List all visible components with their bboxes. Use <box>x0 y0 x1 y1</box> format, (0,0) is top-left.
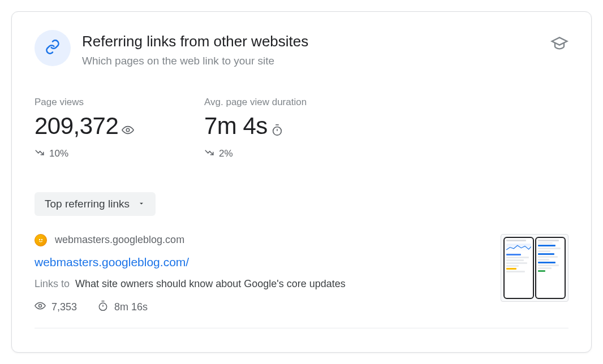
svg-point-4 <box>39 304 42 307</box>
education-icon[interactable] <box>550 30 568 55</box>
page-views-value: 209,372 <box>35 112 118 140</box>
links-to-row: Links to What site owners should know ab… <box>35 278 484 290</box>
change-percent: 10% <box>49 148 68 159</box>
top-referring-links-dropdown[interactable]: Top referring links <box>35 192 156 216</box>
page-thumbnail <box>501 234 568 302</box>
link-icon <box>45 39 61 57</box>
stopwatch-icon <box>97 300 109 314</box>
links-to-title: What site owners should know about Googl… <box>75 278 346 290</box>
metric-label: Avg. page view duration <box>204 97 329 108</box>
domain-row: webmasters.googleblog.com <box>35 234 484 246</box>
metric-label: Page views <box>35 97 159 108</box>
card-subtitle: Which pages on the web link to your site <box>82 55 539 67</box>
eye-icon <box>122 124 134 136</box>
avg-duration-value: 7m 4s <box>204 112 268 140</box>
avg-duration-metric: Avg. page view duration 7m 4s 2% <box>204 97 329 161</box>
trend-down-icon <box>35 148 45 161</box>
eye-icon <box>35 300 46 314</box>
chevron-down-icon <box>137 198 145 210</box>
page-views-change: 10% <box>35 148 159 161</box>
links-to-label: Links to <box>35 278 70 290</box>
avg-duration-change: 2% <box>204 148 329 161</box>
dropdown-label: Top referring links <box>45 198 130 210</box>
page-views-metric: Page views 209,372 10% <box>35 97 159 161</box>
trend-down-icon <box>204 148 214 161</box>
card-title: Referring links from other websites <box>82 32 539 51</box>
views-stat: 7,353 <box>35 300 77 314</box>
duration-value: 8m 16s <box>114 301 148 313</box>
referring-links-card: Referring links from other websites Whic… <box>11 11 592 353</box>
favicon-icon <box>35 234 47 246</box>
domain-text: webmasters.googleblog.com <box>55 234 184 246</box>
svg-point-3 <box>41 239 42 240</box>
link-icon-badge <box>35 30 71 66</box>
link-stats: 7,353 8m 16s <box>35 300 484 314</box>
metrics-row: Page views 209,372 10% Avg. page <box>35 97 568 161</box>
svg-point-1 <box>273 127 282 135</box>
referring-link-item: webmasters.googleblog.com webmasters.goo… <box>35 234 568 328</box>
card-header: Referring links from other websites Whic… <box>35 30 568 67</box>
duration-stat: 8m 16s <box>97 300 148 314</box>
change-percent: 2% <box>219 148 233 159</box>
svg-point-2 <box>39 239 40 240</box>
stopwatch-icon <box>271 124 283 136</box>
referring-url[interactable]: webmasters.googleblog.com/ <box>35 255 484 269</box>
svg-point-0 <box>127 128 130 132</box>
views-value: 7,353 <box>51 301 77 313</box>
